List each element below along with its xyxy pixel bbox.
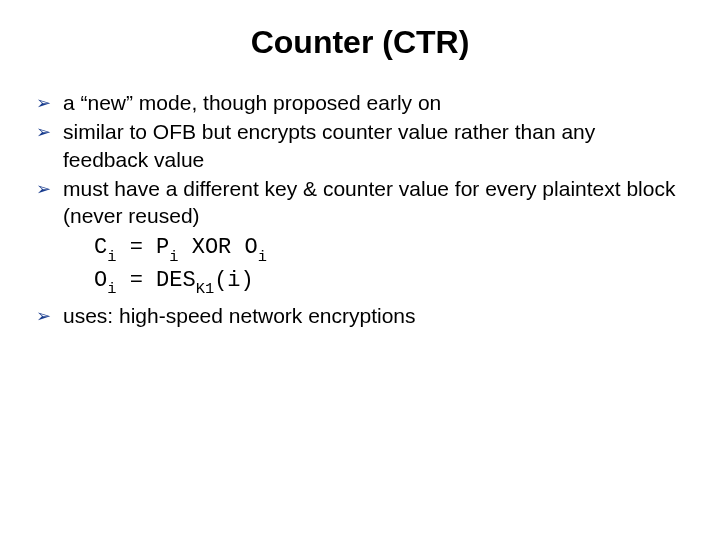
bullet-item-4: ➢ uses: high-speed network encryptions [36, 302, 684, 329]
chevron-right-icon: ➢ [36, 121, 51, 144]
bullet-list-2: ➢ uses: high-speed network encryptions [36, 302, 684, 329]
bullet-text: similar to OFB but encrypts counter valu… [63, 118, 684, 173]
bullet-item-2: ➢ similar to OFB but encrypts counter va… [36, 118, 684, 173]
bullet-text: uses: high-speed network encryptions [63, 302, 684, 329]
formula-block: Ci = Pi XOR Oi Oi = DESK1(i) [94, 233, 684, 297]
bullet-text: a “new” mode, though proposed early on [63, 89, 684, 116]
chevron-right-icon: ➢ [36, 178, 51, 201]
chevron-right-icon: ➢ [36, 305, 51, 328]
formula-line-2: Oi = DESK1(i) [94, 266, 684, 298]
bullet-list: ➢ a “new” mode, though proposed early on… [36, 89, 684, 229]
formula-line-1: Ci = Pi XOR Oi [94, 233, 684, 265]
slide-title: Counter (CTR) [36, 24, 684, 61]
chevron-right-icon: ➢ [36, 92, 51, 115]
bullet-item-1: ➢ a “new” mode, though proposed early on [36, 89, 684, 116]
bullet-item-3: ➢ must have a different key & counter va… [36, 175, 684, 230]
bullet-text: must have a different key & counter valu… [63, 175, 684, 230]
